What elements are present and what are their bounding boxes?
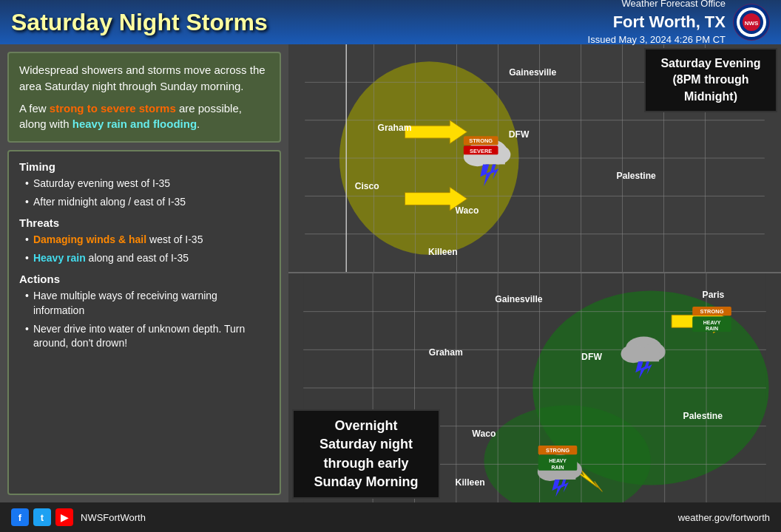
page-title: Saturday Night Storms — [11, 9, 588, 36]
svg-text:RAIN: RAIN — [551, 465, 564, 470]
svg-text:Graham: Graham — [429, 347, 463, 358]
info-panel: Timing • Saturday evening west of I-35 •… — [7, 150, 281, 495]
threats-heading: Threats — [19, 216, 269, 229]
svg-text:Graham: Graham — [378, 123, 412, 133]
bottom-map: STRONG HEAVY RAIN STRONG HEAVY RAIN Gain… — [288, 273, 781, 502]
svg-text:Palestine: Palestine — [683, 411, 723, 421]
office-label: Weather Forecast Office — [588, 0, 726, 11]
svg-text:DFW: DFW — [581, 352, 602, 362]
svg-rect-63 — [627, 352, 659, 361]
actions-heading: Actions — [19, 273, 269, 285]
svg-text:STRONG: STRONG — [700, 308, 723, 315]
sat-evening-label: Saturday Evening (8PM through Midnight) — [644, 48, 777, 112]
map-area: STRONG SEVERE Gainesville Paris Graham D… — [288, 44, 781, 502]
threats-section: Threats • Damaging winds & hail west of … — [19, 216, 269, 265]
svg-text:Killeen: Killeen — [456, 477, 485, 488]
actions-section: Actions • Have multiple ways of receivin… — [19, 273, 269, 350]
svg-text:STRONG: STRONG — [546, 447, 569, 454]
youtube-icon[interactable]: ▶ — [55, 508, 73, 526]
strong-severe-text: strong to severe storms — [50, 102, 176, 115]
nws-logo: NWS — [733, 4, 770, 41]
threats-winds-end: west of I-35 — [146, 233, 203, 245]
actions-bullet-1-text: Have multiple ways of receiving warning … — [33, 289, 269, 318]
header-office-info: Weather Forecast Office Fort Worth, TX I… — [588, 0, 726, 47]
description-para1: Widespread showers and storms move acros… — [19, 62, 269, 95]
svg-text:STRONG: STRONG — [469, 137, 493, 144]
overnight-label: Overnight Saturday night through early S… — [292, 409, 440, 499]
svg-text:Palestine: Palestine — [617, 171, 656, 181]
svg-text:Waco: Waco — [456, 205, 479, 216]
timing-section: Timing • Saturday evening west of I-35 •… — [19, 160, 269, 209]
svg-text:Cisco: Cisco — [355, 181, 379, 191]
threats-bullet-1: • Damaging winds & hail west of I-35 — [19, 233, 269, 248]
actions-bullet-2-text: Never drive into water of unknown depth.… — [33, 322, 269, 351]
threats-bullet-2: • Heavy rain along and east of I-35 — [19, 251, 269, 266]
threats-winds-hail: Damaging winds & hail — [33, 233, 146, 245]
top-map: STRONG SEVERE Gainesville Paris Graham D… — [288, 44, 781, 273]
footer: f t ▶ NWSFortWorth weather.gov/fortworth — [0, 502, 781, 532]
svg-text:DFW: DFW — [509, 129, 530, 140]
timing-heading: Timing — [19, 160, 269, 173]
svg-text:Killeen: Killeen — [428, 247, 458, 257]
facebook-icon[interactable]: f — [11, 508, 29, 526]
issued-time: Issued May 3, 2024 4:26 PM CT — [588, 33, 726, 47]
timing-bullet-2: • After midnight along / east of I-35 — [19, 195, 269, 210]
header: Saturday Night Storms Weather Forecast O… — [0, 0, 781, 44]
social-handle: NWSFortWorth — [81, 512, 146, 523]
svg-text:HEAVY: HEAVY — [703, 320, 721, 325]
heavy-rain-text: heavy rain and flooding — [72, 117, 197, 130]
svg-text:Paris: Paris — [702, 290, 724, 300]
threats-heavy-rain: Heavy rain — [33, 252, 86, 264]
svg-text:RAIN: RAIN — [706, 326, 718, 331]
twitter-icon[interactable]: t — [33, 508, 51, 526]
svg-text:NWS: NWS — [745, 20, 759, 27]
timing-bullet-1: • Saturday evening west of I-35 — [19, 177, 269, 191]
svg-text:HEAVY: HEAVY — [549, 458, 567, 463]
left-panel: Widespread showers and storms move acros… — [0, 44, 288, 502]
svg-text:Waco: Waco — [472, 429, 496, 439]
office-name: Fort Worth, TX — [588, 11, 726, 34]
actions-bullet-1: • Have multiple ways of receiving warnin… — [19, 289, 269, 318]
svg-rect-69 — [544, 471, 575, 480]
footer-url: weather.gov/fortworth — [678, 512, 770, 523]
threats-rain-end: along and east of I-35 — [86, 252, 189, 264]
svg-text:Gainesville: Gainesville — [509, 67, 556, 78]
svg-rect-26 — [470, 154, 505, 164]
actions-bullet-2: • Never drive into water of unknown dept… — [19, 322, 269, 351]
svg-text:Gainesville: Gainesville — [495, 294, 543, 304]
timing-bullet-2-text: After midnight along / east of I-35 — [33, 195, 186, 210]
svg-text:SEVERE: SEVERE — [470, 148, 492, 154]
description-para2: A few strong to severe storms are possib… — [19, 100, 269, 133]
timing-bullet-1-text: Saturday evening west of I-35 — [33, 177, 170, 191]
footer-social: f t ▶ NWSFortWorth — [11, 508, 146, 526]
description-box: Widespread showers and storms move acros… — [7, 52, 281, 143]
